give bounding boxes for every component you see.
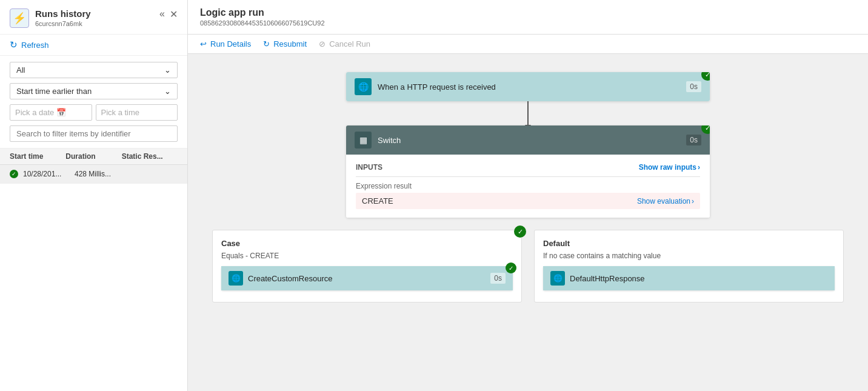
http-trigger-node[interactable]: 🌐 When a HTTP request is received 0s ✓ [346,72,710,101]
header-title-group: ⚡ Runs history 6curcsnn7a6mk [10,8,91,28]
show-evaluation-label: Show evaluation [637,197,690,206]
divider-1 [356,176,700,177]
default-action-node[interactable]: 🌐 DefaultHttpResponse [543,266,835,290]
run-data: 10/28/201... 428 Millis... [23,170,178,178]
switch-node[interactable]: ▦ Switch 0s ✓ INPUTS Show raw inputs › E… [346,125,710,218]
calendar-icon: 📅 [56,108,66,117]
right-panel: Logic app run 08586293080844535106066075… [188,0,868,391]
default-node-icon: 🌐 [550,271,565,286]
table-header: Start time Duration Static Res... [0,149,187,165]
right-header: Logic app run 08586293080844535106066075… [188,0,868,35]
arrow-connector-1 [527,101,529,125]
refresh-icon: ↻ [10,39,18,50]
cancel-run-icon: ⊘ [319,39,326,48]
search-input[interactable] [10,125,178,142]
page-title: Logic app run [200,7,856,18]
cancel-run-button[interactable]: ⊘ Cancel Run [319,39,370,48]
date-row: Pick a date 📅 Pick a time [10,104,178,121]
result-value-row: CREATE Show evaluation › [356,193,700,209]
flow-container: 🌐 When a HTTP request is received 0s ✓ ▦… [212,72,844,302]
left-panel: ⚡ Runs history 6curcsnn7a6mk « ✕ ↻ Refre… [0,0,188,391]
col-duration: Duration [65,152,121,161]
time-picker[interactable]: Pick a time [96,104,178,121]
run-static-res [126,170,178,178]
case-node-time: 0s [490,273,506,284]
run-id: 08586293080844535106066075619CU92 [200,19,856,27]
http-trigger-icon: 🌐 [355,78,372,95]
collapse-icon[interactable]: « [159,8,165,20]
refresh-label: Refresh [21,41,49,50]
app-icon: ⚡ [10,8,29,28]
resubmit-button[interactable]: ↻ Resubmit [263,39,307,48]
date-picker[interactable]: Pick a date 📅 [10,104,92,121]
http-trigger-time: 0s [686,81,701,92]
time-filter-value: Start time earlier than [16,87,92,96]
header-text: Runs history 6curcsnn7a6mk [35,8,91,28]
default-subtitle: If no case contains a matching value [543,252,835,260]
case-node-icon: 🌐 [229,271,243,286]
default-box: Default If no case contains a matching v… [534,230,844,302]
run-details-button[interactable]: ↩ Run Details [200,39,251,48]
case-action-node[interactable]: 🌐 CreateCustomResource 0s ✓ [221,266,513,290]
case-node-check-icon: ✓ [506,262,516,273]
default-node-title: DefaultHttpResponse [570,274,827,283]
col-static-res: Static Res... [122,152,178,161]
filter-section: All ⌄ Start time earlier than ⌄ Pick a d… [0,56,187,149]
run-row[interactable]: 10/28/201... 428 Millis... [0,165,187,184]
show-raw-inputs-button[interactable]: Show raw inputs › [639,163,700,172]
switch-body: INPUTS Show raw inputs › Expression resu… [346,155,710,218]
col-start-time: Start time [10,152,65,161]
chevron-down-icon-2: ⌄ [164,87,171,96]
case-title: Case [221,239,513,248]
panel-title: Runs history [35,8,91,19]
inputs-section: INPUTS Show raw inputs › [356,163,700,172]
switch-header: ▦ Switch 0s [346,125,710,155]
close-icon[interactable]: ✕ [170,8,178,20]
date-placeholder: Pick a date [15,108,54,117]
expression-result-label: Expression result [356,182,700,190]
run-duration: 428 Millis... [75,170,126,178]
cancel-run-label: Cancel Run [329,39,370,48]
default-node-header: 🌐 DefaultHttpResponse [543,266,835,290]
run-details-label: Run Details [210,39,251,48]
run-details-icon: ↩ [200,39,207,48]
show-evaluation-button[interactable]: Show evaluation › [637,197,694,206]
header-icons: « ✕ [159,8,178,20]
switch-icon: ▦ [355,132,372,149]
switch-title: Switch [378,136,680,145]
case-subtitle: Equals - CREATE [221,252,513,260]
flow-canvas: 🌐 When a HTTP request is received 0s ✓ ▦… [188,54,868,391]
time-filter-dropdown[interactable]: Start time earlier than ⌄ [10,83,178,99]
refresh-button[interactable]: ↻ Refresh [0,35,187,56]
status-filter-dropdown[interactable]: All ⌄ [10,62,178,78]
default-title: Default [543,239,835,248]
switch-time: 0s [686,135,701,145]
case-check-icon: ✓ [514,226,526,238]
case-node-header: 🌐 CreateCustomResource 0s [221,266,513,290]
http-trigger-header: 🌐 When a HTTP request is received 0s [346,72,710,101]
http-trigger-title: When a HTTP request is received [378,82,680,92]
resubmit-label: Resubmit [273,39,307,48]
left-header: ⚡ Runs history 6curcsnn7a6mk « ✕ [0,0,187,35]
show-raw-inputs-label: Show raw inputs [639,163,696,172]
status-succeeded-icon [10,170,18,178]
status-filter-value: All [16,65,25,75]
chevron-right-icon-2: › [692,197,694,206]
panel-subtitle: 6curcsnn7a6mk [35,20,82,27]
action-bar: ↩ Run Details ↻ Resubmit ⊘ Cancel Run [188,35,868,54]
resubmit-icon: ↻ [263,39,270,48]
result-value-text: CREATE [362,196,393,206]
case-box: ✓ Case Equals - CREATE 🌐 CreateCustomRes… [212,230,522,302]
chevron-down-icon: ⌄ [164,65,171,75]
run-start-time: 10/28/201... [23,170,75,178]
case-default-row: ✓ Case Equals - CREATE 🌐 CreateCustomRes… [212,218,844,302]
case-node-title: CreateCustomResource [248,274,486,283]
chevron-right-icon: › [698,163,700,172]
time-placeholder: Pick a time [101,108,140,117]
inputs-label: INPUTS [356,163,382,172]
